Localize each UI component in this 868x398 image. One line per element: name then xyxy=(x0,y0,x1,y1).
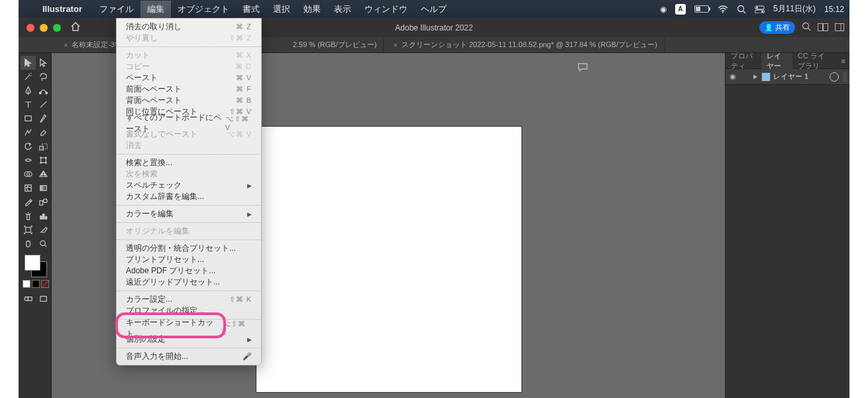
slice-tool[interactable] xyxy=(36,223,51,237)
share-button[interactable]: 共有 xyxy=(759,21,795,34)
menu-item[interactable]: 個別の設定▶ xyxy=(117,334,261,345)
blend-tool[interactable] xyxy=(36,195,51,209)
comments-panel-icon[interactable] xyxy=(577,62,588,74)
free-transform-tool[interactable] xyxy=(36,153,51,167)
menu-item: 次を検索 xyxy=(117,168,261,180)
menu-item[interactable]: カラー設定...⇧⌘ K xyxy=(117,294,261,305)
menu-item[interactable]: スペルチェック▶ xyxy=(117,180,261,191)
arrange-docs-icon[interactable] xyxy=(818,23,828,33)
tab-cclibraries[interactable]: CC ライブラリ xyxy=(792,53,838,69)
close-icon[interactable]: × xyxy=(393,41,397,49)
menu-item[interactable]: Adobe PDF プリセット... xyxy=(117,265,261,277)
layer-row[interactable]: ◉ ▶ レイヤー 1 xyxy=(726,69,849,85)
menu-item[interactable]: ペースト⌘ V xyxy=(117,72,261,84)
svg-rect-30 xyxy=(40,216,41,220)
search-icon[interactable] xyxy=(737,5,746,14)
eyedropper-tool[interactable] xyxy=(21,195,36,209)
column-graph-tool[interactable] xyxy=(36,209,51,223)
svg-point-19 xyxy=(40,157,41,159)
width-tool[interactable] xyxy=(21,153,36,167)
tab-layers[interactable]: レイヤー xyxy=(761,53,792,69)
paintbrush-tool[interactable] xyxy=(36,111,51,125)
scale-tool[interactable] xyxy=(36,139,51,153)
menu-effect[interactable]: 効果 xyxy=(297,1,327,18)
menu-item[interactable]: すべてのアートボードにペースト⌥⇧⌘ V xyxy=(117,117,261,129)
fill-stroke-swatch[interactable] xyxy=(25,255,47,277)
draw-mode-icon[interactable] xyxy=(21,292,36,306)
menu-edit[interactable]: 編集 xyxy=(140,1,171,18)
home-icon[interactable] xyxy=(70,22,81,33)
menu-file[interactable]: ファイル xyxy=(93,1,140,18)
app-name[interactable]: Illustrator xyxy=(42,4,82,14)
artboard-tool[interactable] xyxy=(21,223,36,237)
menubar-date[interactable]: 5月11日(水) xyxy=(773,3,816,15)
selection-tool[interactable] xyxy=(21,56,36,70)
menu-item[interactable]: キーボードショートカット...⌥⇧⌘ K xyxy=(117,322,261,334)
svg-rect-10 xyxy=(824,23,828,31)
color-mode-swatches[interactable] xyxy=(23,280,49,288)
rotate-tool[interactable] xyxy=(21,139,36,153)
right-panels: プロパティ レイヤー CC ライブラリ ≡ ◉ ▶ レイヤー 1 xyxy=(725,53,849,398)
line-tool[interactable] xyxy=(36,98,51,111)
menubar-time[interactable]: 15:12 xyxy=(824,5,844,14)
menu-item[interactable]: プロファイルの指定... xyxy=(117,305,261,316)
menu-object[interactable]: オブジェクト xyxy=(171,1,236,18)
screenrec-icon[interactable]: ◉ xyxy=(660,5,667,14)
mesh-tool[interactable] xyxy=(21,181,36,195)
zoom-tool[interactable] xyxy=(36,237,51,251)
menu-type[interactable]: 書式 xyxy=(236,1,266,18)
type-tool[interactable] xyxy=(21,98,36,111)
battery-icon[interactable] xyxy=(694,5,709,13)
direct-selection-tool[interactable] xyxy=(36,56,51,70)
menu-help[interactable]: ヘルプ xyxy=(414,1,453,18)
menu-item[interactable]: 音声入力を開始...🎤 xyxy=(117,351,261,362)
gradient-tool[interactable] xyxy=(36,181,51,195)
svg-rect-31 xyxy=(42,214,44,220)
menu-window[interactable]: ウィンドウ xyxy=(358,1,414,18)
pen-tool[interactable] xyxy=(21,84,36,98)
shape-builder-tool[interactable] xyxy=(21,167,36,181)
menu-item[interactable]: プリントプリセット... xyxy=(117,254,261,265)
target-icon[interactable] xyxy=(830,72,839,82)
screen-mode-icon[interactable] xyxy=(36,292,51,306)
close-icon[interactable]: × xyxy=(64,41,68,49)
ime-indicator[interactable]: A xyxy=(675,4,686,15)
menu-item[interactable]: 検索と置換... xyxy=(117,157,261,168)
workspace-icon[interactable] xyxy=(835,23,844,33)
shaper-tool[interactable] xyxy=(21,125,36,139)
menu-item[interactable]: 背面へペースト⌘ B xyxy=(117,95,261,106)
visibility-icon[interactable]: ◉ xyxy=(726,72,740,81)
lasso-tool[interactable] xyxy=(36,70,51,84)
rectangle-tool[interactable] xyxy=(21,111,36,125)
window-controls[interactable] xyxy=(19,24,61,32)
symbol-sprayer-tool[interactable] xyxy=(21,209,36,223)
tab-properties[interactable]: プロパティ xyxy=(726,53,761,69)
menu-item[interactable]: 消去の取り消し⌘ Z xyxy=(117,21,261,33)
artboard[interactable] xyxy=(256,126,522,393)
svg-rect-16 xyxy=(39,147,43,151)
expand-icon[interactable]: ▶ xyxy=(752,74,759,80)
wifi-icon[interactable] xyxy=(718,5,728,13)
svg-rect-15 xyxy=(25,116,30,121)
menu-item[interactable]: 透明の分割・統合プリセット... xyxy=(117,243,261,254)
menu-view[interactable]: 表示 xyxy=(327,1,358,18)
layer-name[interactable]: レイヤー 1 xyxy=(773,72,830,82)
titlebar-search-icon[interactable] xyxy=(802,22,811,33)
perspective-tool[interactable] xyxy=(36,167,51,181)
menu-item[interactable]: 遠近グリッドプリセット... xyxy=(117,277,261,288)
svg-rect-37 xyxy=(28,297,32,301)
panel-menu-icon[interactable]: ≡ xyxy=(838,57,849,65)
menu-item[interactable]: カラーを編集▶ xyxy=(117,208,261,220)
control-center-icon[interactable] xyxy=(755,5,765,13)
magic-wand-tool[interactable] xyxy=(21,70,36,84)
hand-tool[interactable] xyxy=(21,237,36,251)
menu-item[interactable]: カスタム辞書を編集... xyxy=(117,191,261,202)
svg-rect-29 xyxy=(27,215,29,220)
curvature-tool[interactable] xyxy=(36,84,51,98)
menu-item[interactable]: 前面へペースト⌘ F xyxy=(117,84,261,95)
menu-select[interactable]: 選択 xyxy=(266,1,297,18)
doc-tab-3[interactable]: ×スクリーンショット 2022-05-11 11.08.52.png* @ 31… xyxy=(386,37,664,53)
menu-item: カット⌘ X xyxy=(117,50,261,61)
doc-tab-2-tail[interactable]: 2.59 % (RGB/プレビュー) xyxy=(286,37,384,53)
eraser-tool[interactable] xyxy=(36,125,51,139)
